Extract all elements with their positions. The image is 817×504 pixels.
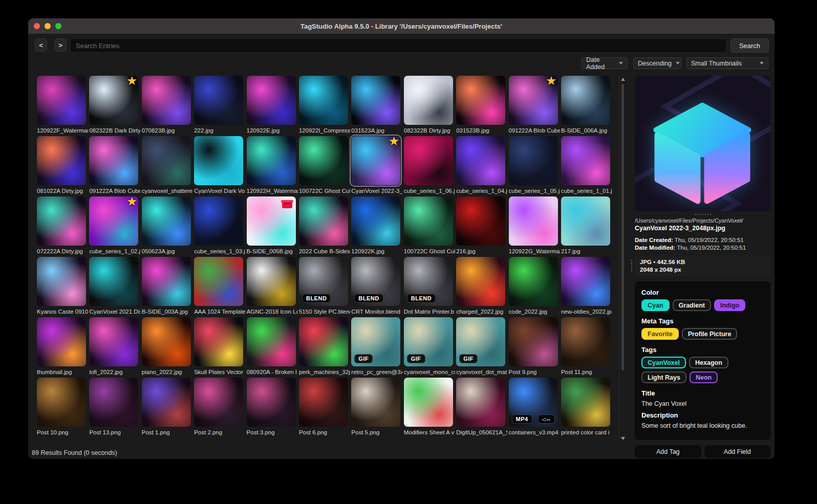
grid-item[interactable]: Modifiers Sheet A v — [404, 378, 453, 438]
thumbnail-image[interactable] — [456, 76, 505, 125]
thumbnail-image[interactable] — [456, 257, 505, 306]
grid-item[interactable]: new-oldies_2022.jp — [561, 257, 610, 317]
thumbnail-image[interactable] — [351, 196, 400, 246]
thumbnail-image[interactable] — [561, 136, 610, 185]
sort-order-dropdown[interactable]: Descending — [633, 57, 681, 69]
grid-item[interactable]: ★091222A Blob Cube — [509, 76, 558, 136]
thumbnail-image[interactable] — [561, 257, 610, 306]
grid-item[interactable]: B-SIDE_005B.jpg — [247, 196, 296, 257]
thumbnail-image[interactable]: GIF — [351, 317, 400, 366]
thumbnail-image[interactable]: ★ — [509, 76, 558, 125]
thumbnail-image[interactable] — [89, 378, 138, 427]
thumbnail-image[interactable] — [351, 76, 400, 125]
thumbnail-image[interactable] — [194, 76, 243, 125]
thumbnail-image[interactable] — [247, 378, 296, 427]
title-field-value[interactable]: The Cyan Voxel — [641, 400, 764, 407]
grid-item[interactable]: charged_2022.jpg — [456, 257, 505, 317]
thumbnail-image[interactable] — [404, 136, 453, 185]
thumbnail-image[interactable]: ★ — [89, 76, 138, 125]
grid-item[interactable]: 031523A.jpg — [351, 76, 400, 136]
grid-item[interactable]: 120922H_Watermar — [247, 136, 296, 196]
thumbnail-image[interactable] — [37, 378, 86, 427]
grid-item[interactable]: ★082322B Dark Dirty — [89, 76, 138, 136]
tag-pill[interactable]: Light Rays — [641, 371, 686, 383]
thumbnail-image[interactable]: GIF — [404, 317, 453, 366]
grid-item[interactable]: GIFretro_pc_green@3x — [351, 317, 400, 378]
grid-item[interactable]: Post 6.png — [299, 378, 348, 438]
thumbnail-image[interactable] — [89, 257, 138, 306]
maximize-window-button[interactable] — [55, 23, 61, 29]
close-window-button[interactable] — [34, 23, 40, 29]
thumbnail-image[interactable]: ★ — [351, 136, 400, 185]
nav-forward-button[interactable]: > — [54, 38, 67, 52]
thumbnail-image[interactable] — [142, 317, 191, 366]
grid-item[interactable]: cube_series_1_04.j — [456, 136, 505, 196]
grid-item[interactable]: 082322B Dirty.jpg — [404, 76, 453, 136]
thumbnail-image[interactable]: GIF — [456, 317, 505, 366]
thumbnail-image[interactable] — [456, 378, 505, 427]
thumbnail-image[interactable]: ★ — [89, 196, 138, 246]
thumbnail-image[interactable] — [37, 136, 86, 185]
grid-item[interactable]: ★cube_series_1_02.j — [89, 196, 138, 257]
thumbnail-image[interactable] — [404, 196, 453, 246]
sort-field-dropdown[interactable]: Date Added — [582, 57, 628, 69]
thumbnail-image[interactable] — [142, 257, 191, 306]
thumbnail-image[interactable]: BLEND — [351, 257, 400, 306]
thumbnail-image[interactable] — [142, 136, 191, 185]
grid-item[interactable]: cube_series_1_06.j — [404, 136, 453, 196]
grid-item[interactable]: 100722C Ghost Cub — [404, 196, 453, 257]
grid-scrollbar[interactable] — [619, 76, 626, 442]
grid-item[interactable]: 100722C Ghost Cub — [299, 136, 348, 196]
grid-item[interactable]: 120922F_Watermarl — [37, 76, 86, 136]
thumbnail-image[interactable] — [561, 378, 610, 427]
grid-item[interactable]: Skull Plates Vector — [194, 317, 243, 378]
search-input[interactable] — [70, 38, 727, 53]
thumbnail-image[interactable] — [142, 196, 191, 246]
add-field-button[interactable]: Add Field — [704, 445, 771, 458]
thumbnail-image[interactable] — [509, 196, 558, 246]
thumbnail-image[interactable] — [561, 196, 610, 246]
grid-item[interactable]: DigItUp_050621A_S — [456, 378, 505, 438]
thumbnail-image[interactable] — [247, 257, 296, 306]
grid-item[interactable]: Post 13.png — [89, 378, 138, 438]
grid-item[interactable]: B-SIDE_003A.jpg — [142, 257, 191, 317]
grid-item[interactable]: cube_series_1_05.j — [509, 136, 558, 196]
search-button[interactable]: Search — [730, 38, 769, 53]
grid-item[interactable]: thumbnail.jpg — [37, 317, 86, 378]
thumbnail-image[interactable] — [194, 257, 243, 306]
grid-item[interactable]: 120922E.jpg — [247, 76, 296, 136]
grid-item[interactable]: 050623A.jpg — [142, 196, 191, 257]
thumbnail-image[interactable] — [194, 378, 243, 427]
grid-item-selected[interactable]: ★CyanVoxel 2022-3_ — [351, 136, 400, 196]
grid-item[interactable]: BLENDDot Matrix Printer.b — [404, 257, 453, 317]
thumbnail-image[interactable] — [299, 317, 348, 366]
grid-item[interactable]: GIFcyanvoxel_dot_mat — [456, 317, 505, 378]
grid-item[interactable]: Post 10.png — [37, 378, 86, 438]
description-field-value[interactable]: Some sort of bright teal looking cube. — [641, 422, 764, 429]
grid-item[interactable]: cube_series_1_03.j — [194, 196, 243, 257]
grid-item[interactable]: printed color card i — [561, 378, 610, 438]
thumbnail-image[interactable] — [299, 136, 348, 185]
grid-item[interactable]: 070823B.jpg — [142, 76, 191, 136]
grid-item[interactable]: Post 2.png — [194, 378, 243, 438]
grid-item[interactable]: MP4-:--containers_v3.mp4 — [509, 378, 558, 438]
tag-pill[interactable]: Cyan — [641, 299, 670, 311]
thumbnail-image[interactable] — [37, 76, 86, 125]
grid-item[interactable]: BLENDCRT Monitor.blend — [351, 257, 400, 317]
thumbnail-image[interactable]: MP4-:-- — [509, 378, 558, 427]
grid-item[interactable]: Post 9.png — [509, 317, 558, 378]
thumbnail-image[interactable] — [404, 378, 453, 427]
tag-pill[interactable]: CyanVoxel — [641, 357, 686, 368]
tag-pill[interactable]: Profile Picture — [682, 328, 738, 340]
thumbnail-image[interactable] — [194, 317, 243, 366]
thumbnail-image[interactable]: BLEND — [299, 257, 348, 306]
thumbnail-image[interactable] — [247, 196, 296, 246]
thumbnail-image[interactable] — [37, 317, 86, 366]
thumbnail-image[interactable] — [299, 76, 348, 125]
grid-item[interactable]: AAA 1024 Template — [194, 257, 243, 317]
nav-back-button[interactable]: < — [35, 38, 47, 52]
thumbnail-image[interactable] — [37, 257, 86, 306]
scroll-up-arrow-icon[interactable] — [621, 78, 625, 81]
thumbnail-image[interactable] — [561, 317, 610, 366]
scrollbar-thumb[interactable] — [621, 84, 624, 370]
